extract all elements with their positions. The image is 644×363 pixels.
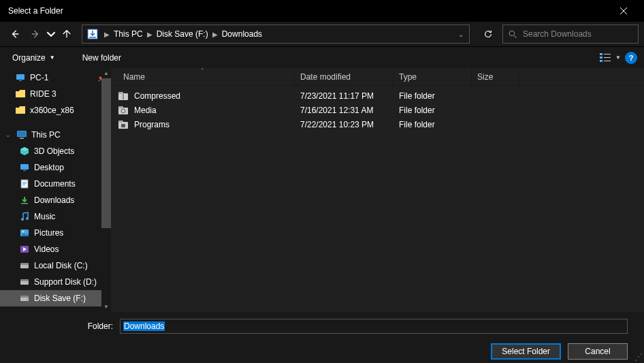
- up-button[interactable]: [57, 25, 76, 44]
- sidebar-scrollbar[interactable]: ▲ ▼: [101, 68, 111, 312]
- breadcrumb-thispc[interactable]: This PC: [111, 29, 146, 39]
- svg-rect-4: [600, 57, 602, 59]
- toolbar: Organize▼ New folder ▼ ?: [0, 46, 644, 68]
- svg-point-24: [22, 231, 25, 233]
- search-icon: [509, 30, 517, 39]
- programs-folder-icon: [118, 119, 129, 130]
- tree-item-localdisk-c[interactable]: Local Disk (C:): [0, 257, 111, 274]
- tree-item-x360ce[interactable]: x360ce_x86: [0, 102, 111, 119]
- svg-rect-43: [121, 124, 125, 127]
- column-type[interactable]: Type: [393, 68, 472, 85]
- tree-item-documents[interactable]: Documents: [0, 176, 111, 192]
- refresh-icon: [483, 29, 493, 39]
- arrow-right-icon: [31, 29, 40, 39]
- chevron-right-icon[interactable]: ▶: [103, 31, 111, 38]
- folder-input[interactable]: Downloads: [120, 319, 628, 334]
- tree-item-pictures[interactable]: Pictures: [0, 225, 111, 241]
- arrow-left-icon: [10, 29, 20, 39]
- file-row-media[interactable]: Media 7/16/2021 12:31 AM File folder: [111, 103, 644, 117]
- tree-item-music[interactable]: Music: [0, 208, 111, 225]
- music-icon: [19, 211, 30, 222]
- address-bar[interactable]: ▶ This PC ▶ Disk Save (F:) ▶ Downloads ⌄: [82, 25, 470, 44]
- recent-dropdown[interactable]: [46, 25, 56, 44]
- tree-item-desktop[interactable]: Desktop: [0, 159, 111, 176]
- svg-point-21: [21, 218, 24, 221]
- svg-rect-27: [20, 263, 29, 265]
- search-placeholder: Search Downloads: [523, 29, 592, 39]
- media-folder-icon: [118, 105, 129, 116]
- svg-point-31: [27, 282, 28, 283]
- svg-rect-9: [16, 74, 25, 80]
- sort-asc-icon: ˄: [201, 67, 204, 74]
- file-row-compressed[interactable]: Compressed 7/23/2021 11:17 PM File folde…: [111, 89, 644, 103]
- column-size[interactable]: Size: [472, 68, 519, 85]
- view-options-button[interactable]: [599, 52, 611, 64]
- file-view: ˄Name Date modified Type Size Compressed…: [111, 68, 644, 312]
- view-list-icon: [600, 53, 611, 63]
- svg-point-34: [27, 298, 28, 300]
- tree-item-disksave-f[interactable]: Disk Save (F:): [0, 290, 111, 306]
- chevron-down-icon: ▼: [50, 54, 55, 61]
- help-button[interactable]: ?: [625, 52, 637, 64]
- scrollbar-thumb[interactable]: [101, 78, 111, 228]
- chevron-right-icon[interactable]: ▶: [211, 31, 219, 38]
- folder-icon: [15, 105, 26, 116]
- svg-rect-17: [22, 182, 27, 183]
- tree-item-downloads[interactable]: Downloads: [0, 192, 111, 208]
- column-name[interactable]: ˄Name: [111, 68, 295, 85]
- svg-rect-8: [604, 61, 611, 61]
- nav-bar: ▶ This PC ▶ Disk Save (F:) ▶ Downloads ⌄…: [0, 22, 644, 46]
- svg-rect-6: [604, 54, 611, 54]
- new-folder-button[interactable]: New folder: [77, 50, 127, 65]
- tree-item-thispc[interactable]: ⌄ This PC: [0, 127, 111, 143]
- desktop-icon: [15, 72, 26, 83]
- scroll-down-icon[interactable]: ▼: [101, 302, 111, 312]
- scroll-up-icon[interactable]: ▲: [101, 68, 111, 78]
- svg-rect-1: [89, 37, 96, 38]
- column-date[interactable]: Date modified: [295, 68, 393, 85]
- tree-item-pc1[interactable]: PC-1 📌: [0, 69, 111, 86]
- folder-icon: [15, 89, 26, 99]
- breadcrumb-folder[interactable]: Downloads: [219, 29, 265, 39]
- forward-button[interactable]: [26, 25, 45, 44]
- expand-icon[interactable]: ⌄: [5, 131, 12, 138]
- refresh-button[interactable]: [478, 25, 498, 44]
- select-folder-button[interactable]: Select Folder: [491, 343, 561, 360]
- svg-rect-39: [118, 106, 123, 108]
- folder-label: Folder:: [11, 321, 113, 331]
- svg-rect-37: [123, 94, 124, 99]
- resize-grip-icon[interactable]: ⋰: [634, 352, 643, 362]
- chevron-down-icon[interactable]: ▼: [615, 54, 621, 61]
- svg-rect-42: [118, 121, 123, 123]
- drive-icon: [19, 277, 30, 287]
- footer: Folder: Downloads Select Folder Cancel: [0, 312, 644, 363]
- close-button[interactable]: [608, 0, 639, 22]
- svg-rect-7: [604, 57, 611, 58]
- tree-item-supportdisk-d[interactable]: Support Disk (D:): [0, 274, 111, 290]
- svg-rect-3: [600, 53, 602, 55]
- chevron-right-icon[interactable]: ▶: [146, 31, 154, 38]
- computer-icon: [16, 129, 27, 140]
- search-input[interactable]: Search Downloads: [502, 25, 639, 44]
- cancel-button[interactable]: Cancel: [568, 343, 628, 360]
- svg-rect-5: [600, 60, 602, 62]
- organize-button[interactable]: Organize▼: [7, 50, 61, 65]
- body-area: PC-1 📌 RIDE 3 x360ce_x86 ⌄ This PC 3D Ob…: [0, 68, 644, 312]
- svg-point-2: [509, 31, 514, 35]
- breadcrumb-drive[interactable]: Disk Save (F:): [154, 29, 211, 39]
- svg-rect-19: [22, 185, 25, 185]
- downloads-icon: [85, 27, 100, 42]
- svg-point-22: [26, 217, 29, 220]
- back-button[interactable]: [5, 25, 25, 44]
- 3dobjects-icon: [19, 146, 30, 157]
- file-row-programs[interactable]: Programs 7/22/2021 10:23 PM File folder: [111, 117, 644, 131]
- svg-rect-20: [21, 203, 28, 204]
- tree-item-videos[interactable]: Videos: [0, 241, 111, 257]
- svg-point-28: [27, 266, 28, 267]
- tree-item-3dobjects[interactable]: 3D Objects: [0, 143, 111, 159]
- tree-item-ride3[interactable]: RIDE 3: [0, 86, 111, 102]
- desktop-icon: [19, 162, 30, 173]
- svg-rect-15: [23, 170, 26, 171]
- file-list: Compressed 7/23/2021 11:17 PM File folde…: [111, 86, 644, 312]
- address-dropdown[interactable]: ⌄: [453, 31, 469, 38]
